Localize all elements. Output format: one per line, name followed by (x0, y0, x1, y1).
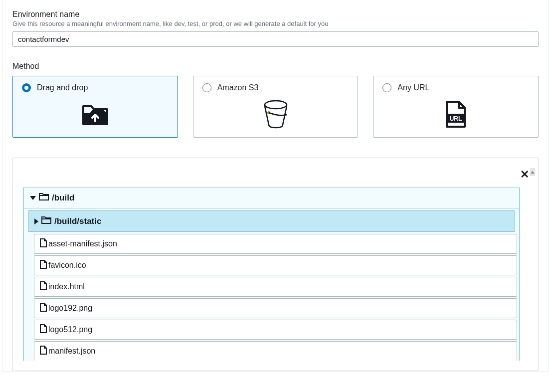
file-row[interactable]: index.html (34, 277, 517, 297)
method-label-s3: Amazon S3 (217, 83, 259, 92)
file-list: asset-manifest.json favicon.ico index.ht… (24, 232, 519, 361)
method-card-group: Drag and drop Amazon S3 (12, 76, 539, 138)
file-row[interactable]: asset-manifest.json (34, 234, 517, 254)
svg-point-0 (265, 101, 287, 109)
bucket-icon (202, 100, 349, 128)
file-name: favicon.ico (48, 261, 86, 270)
env-name-help: Give this resource a meaningful environm… (12, 20, 539, 27)
method-label: Method (12, 62, 539, 71)
folder-icon (39, 193, 49, 203)
method-card-drag-drop[interactable]: Drag and drop (12, 76, 178, 138)
env-name-input[interactable] (12, 31, 539, 47)
file-tree: /build /build/static asset-manifest.json (23, 187, 520, 361)
file-row[interactable]: favicon.ico (34, 255, 517, 275)
file-icon (39, 346, 47, 357)
radio-drag-drop[interactable] (22, 83, 31, 92)
radio-url[interactable] (382, 83, 391, 92)
caret-right-icon (34, 218, 38, 224)
file-name: index.html (48, 282, 85, 291)
folder-path-static: /build/static (54, 216, 101, 226)
file-row[interactable]: logo512.png (34, 320, 517, 340)
upload-folder-icon (22, 100, 169, 128)
file-name: logo192.png (48, 304, 92, 313)
folder-icon (41, 216, 51, 226)
method-card-s3[interactable]: Amazon S3 (193, 76, 359, 138)
caret-down-icon (30, 196, 36, 200)
method-label-url: Any URL (397, 83, 429, 92)
close-icon[interactable]: ✕ (520, 169, 529, 180)
method-card-url[interactable]: Any URL URL (373, 76, 539, 138)
svg-text:URL: URL (450, 115, 462, 122)
file-icon (39, 238, 47, 249)
url-file-icon: URL (382, 100, 529, 128)
file-icon (39, 303, 47, 314)
file-icon (39, 260, 47, 271)
folder-row-build-static[interactable]: /build/static (28, 210, 515, 232)
file-name: logo512.png (48, 325, 92, 334)
env-name-label: Environment name (12, 10, 539, 19)
scrollbar-up-icon[interactable] (530, 168, 535, 176)
file-name: asset-manifest.json (48, 239, 117, 248)
file-icon (39, 281, 47, 292)
method-label-drag-drop: Drag and drop (37, 83, 88, 92)
radio-s3[interactable] (202, 83, 211, 92)
folder-row-build[interactable]: /build (24, 188, 519, 208)
file-row[interactable]: logo192.png (34, 298, 517, 318)
file-drop-panel: ✕ /build /build/static (12, 158, 539, 371)
folder-path-build: /build (52, 193, 74, 203)
file-icon (39, 324, 47, 335)
file-name: manifest.json (48, 347, 95, 356)
file-row[interactable]: manifest.json (34, 341, 517, 361)
